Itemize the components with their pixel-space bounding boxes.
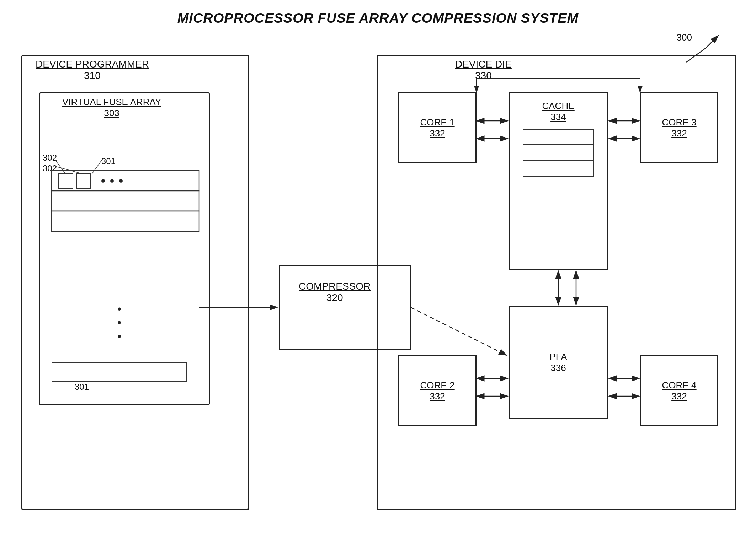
ref-301b: 301 xyxy=(75,382,89,392)
cache-label: CACHE 334 xyxy=(542,101,574,123)
vfa-vdots: ••• xyxy=(117,302,121,343)
fuse-row-bottom xyxy=(52,362,187,382)
core4-label: CORE 4 332 xyxy=(662,380,697,402)
cache-row-2 xyxy=(523,145,594,161)
device-programmer-label: DEVICE PROGRAMMER 310 xyxy=(36,59,149,81)
vfa-box xyxy=(39,92,210,405)
device-die-label: DEVICE DIE 330 xyxy=(455,59,512,81)
svg-line-31 xyxy=(706,36,718,48)
pfa-label: PFA 336 xyxy=(549,351,567,373)
core2-label: CORE 2 332 xyxy=(420,380,455,402)
main-title: MICROPROCESSOR FUSE ARRAY COMPRESSION SY… xyxy=(0,11,756,26)
diagram-container: MICROPROCESSOR FUSE ARRAY COMPRESSION SY… xyxy=(0,0,756,560)
cache-row-1 xyxy=(523,129,594,145)
ref-301a: 301 xyxy=(101,156,116,166)
ref-302b: 302 xyxy=(43,163,57,173)
pfa-box: PFA 336 xyxy=(509,306,608,419)
core2-box: CORE 2 332 xyxy=(398,355,477,426)
vfa-label: VIRTUAL FUSE ARRAY 303 xyxy=(62,97,161,119)
ref-300: 300 xyxy=(677,32,692,43)
core3-box: CORE 3 332 xyxy=(640,92,718,163)
cache-box: CACHE 334 xyxy=(509,92,608,270)
core1-label: CORE 1 332 xyxy=(420,117,455,139)
compressor-label: COMPRESSOR 320 xyxy=(299,281,371,303)
core3-label: CORE 3 332 xyxy=(662,117,697,139)
core1-box: CORE 1 332 xyxy=(398,92,477,163)
core4-box: CORE 4 332 xyxy=(640,355,718,426)
cache-row-3 xyxy=(523,161,594,177)
ref-302a: 302 xyxy=(43,153,57,163)
